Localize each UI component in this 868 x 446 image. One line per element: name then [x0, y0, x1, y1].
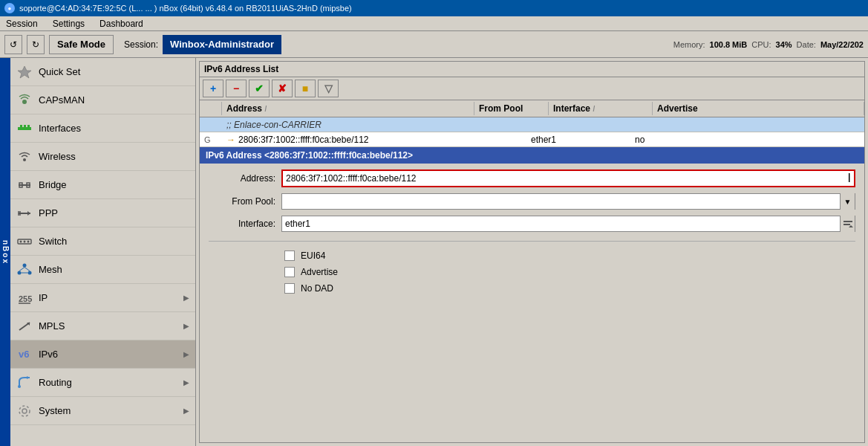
sidebar-item-ipv6[interactable]: v6 IPv6 ▶: [10, 340, 195, 369]
table-row-group[interactable]: ;; Enlace-con-CARRIER: [200, 117, 864, 132]
interface-dropdown-arrow[interactable]: [840, 216, 855, 232]
eui64-label: EUI64: [301, 251, 325, 261]
ip-arrow: ▶: [183, 294, 189, 302]
sidebar-item-routing[interactable]: Routing ▶: [10, 369, 195, 397]
address-input[interactable]: [283, 171, 848, 186]
sidebar-item-label: IP: [39, 292, 177, 303]
th-address[interactable]: Address /: [222, 102, 474, 115]
sidebar-item-ppp[interactable]: PPP: [10, 199, 195, 227]
svg-point-15: [20, 240, 22, 242]
redo-button[interactable]: ↻: [27, 35, 45, 54]
interface-select[interactable]: ether1: [281, 216, 855, 232]
undo-button[interactable]: ↺: [4, 35, 22, 54]
nodad-checkbox[interactable]: [284, 283, 295, 294]
add-button[interactable]: +: [203, 80, 223, 97]
nodad-label: No DAD: [301, 283, 333, 294]
svg-marker-0: [18, 66, 31, 78]
routing-icon: [16, 375, 33, 391]
safe-mode-button[interactable]: Safe Mode: [49, 35, 114, 54]
eui64-row: EUI64: [209, 251, 855, 261]
table-header: Address / From Pool Interface / Advertis…: [200, 100, 864, 117]
sidebar-item-capsman[interactable]: CAPsMAN: [10, 86, 195, 114]
sidebar-item-mpls[interactable]: MPLS ▶: [10, 312, 195, 340]
menu-dashboard[interactable]: Dashboard: [97, 19, 146, 29]
sidebar-item-mesh[interactable]: Mesh: [10, 256, 195, 284]
wireless-icon: [16, 149, 33, 165]
sidebar-item-label: Routing: [39, 377, 177, 388]
sidebar-item-interfaces[interactable]: Interfaces: [10, 114, 195, 143]
menu-session[interactable]: Session: [3, 19, 41, 29]
routing-arrow: ▶: [183, 378, 189, 387]
date-value: May/22/202: [820, 40, 864, 49]
form-divider: [209, 241, 855, 242]
menu-bar: Session Settings Dashboard: [0, 16, 868, 31]
sidebar-item-label: Mesh: [39, 264, 189, 275]
svg-point-18: [23, 263, 27, 267]
sidebar-item-label: Bridge: [39, 179, 189, 190]
advertise-label: Advertise: [301, 267, 338, 277]
th-advertise[interactable]: Advertise: [653, 102, 864, 115]
cpu-value: 34%: [776, 40, 792, 49]
comment-button[interactable]: ■: [295, 80, 316, 97]
from-pool-dropdown-arrow[interactable]: ▼: [840, 193, 855, 210]
table-row-data[interactable]: G → 2806:3f7:1002::ffff:f0ca:bebe/112 et…: [200, 132, 864, 147]
ipv6-icon: v6: [16, 346, 33, 363]
list-toolbar: + − ✔ ✘ ■ ▽: [200, 77, 864, 100]
address-row: Address: I: [209, 169, 855, 187]
date-label: Date:: [797, 40, 816, 49]
session-label: Session:: [124, 39, 158, 50]
enable-button[interactable]: ✔: [249, 80, 270, 97]
sidebar-item-label: Interfaces: [39, 123, 189, 134]
menu-settings[interactable]: Settings: [50, 19, 88, 29]
from-pool-row: From Pool: ▼: [209, 193, 855, 210]
from-pool-select[interactable]: ▼: [281, 193, 855, 210]
memory-label: Memory:: [673, 40, 705, 49]
title-text: soporte@C4:AD:34:7E:92:5C (L... ... ) nB…: [19, 4, 352, 13]
svg-point-16: [24, 240, 26, 242]
filter-button[interactable]: ▽: [318, 80, 339, 97]
interfaces-icon: [16, 120, 33, 137]
memory-value: 100.8 MiB: [710, 40, 748, 49]
td-address-value: → 2806:3f7:1002::ffff:f0ca:bebe/112: [222, 133, 452, 146]
remove-button[interactable]: −: [226, 80, 247, 97]
sidebar-item-quickset[interactable]: Quick Set: [10, 58, 195, 86]
sidebar-item-wireless[interactable]: Wireless: [10, 143, 195, 171]
ip-icon: 255: [16, 290, 33, 306]
interface-row: Interface: ether1: [209, 216, 855, 232]
system-icon: [16, 403, 33, 419]
svg-point-32: [19, 406, 30, 416]
svg-text:255: 255: [19, 294, 32, 303]
svg-rect-34: [843, 224, 850, 225]
td-advertise-value: no: [630, 133, 864, 146]
svg-marker-11: [27, 211, 30, 216]
switch-icon: [16, 233, 33, 250]
address-table: Address / From Pool Interface / Advertis…: [200, 100, 864, 147]
cpu-label: CPU:: [751, 40, 771, 49]
eui64-checkbox[interactable]: [284, 251, 295, 261]
bridge-icon: [16, 177, 33, 193]
svg-point-31: [22, 409, 27, 413]
td-interface-value: ether1: [526, 133, 630, 146]
window-title: IPv6 Address List: [200, 62, 864, 77]
sidebar-item-ip[interactable]: 255 IP ▶: [10, 284, 195, 312]
sidebar-item-system[interactable]: System ▶: [10, 397, 195, 425]
content-area: IPv6 Address List + − ✔ ✘ ■ ▽ Address /: [196, 58, 868, 446]
sidebar-item-bridge[interactable]: Bridge: [10, 171, 195, 199]
from-pool-label: From Pool:: [209, 196, 275, 207]
svg-rect-4: [24, 125, 26, 128]
quickset-icon: [16, 64, 33, 80]
svg-line-21: [19, 267, 25, 271]
advertise-checkbox[interactable]: [284, 267, 295, 277]
interface-value: ether1: [282, 218, 840, 230]
toolbar: ↺ ↻ Safe Mode Session: Winbox-Administra…: [0, 31, 868, 58]
th-interface[interactable]: Interface /: [549, 102, 653, 115]
mpls-arrow: ▶: [183, 322, 189, 330]
svg-line-22: [25, 267, 30, 271]
th-from-pool[interactable]: From Pool: [474, 102, 549, 115]
sidebar-item-switch[interactable]: Switch: [10, 227, 195, 256]
disable-button[interactable]: ✘: [272, 80, 293, 97]
app-icon: ●: [4, 3, 15, 13]
ipv6-address-list-window: IPv6 Address List + − ✔ ✘ ■ ▽ Address /: [199, 61, 865, 443]
address-label: Address:: [209, 173, 275, 184]
system-arrow: ▶: [183, 407, 189, 415]
